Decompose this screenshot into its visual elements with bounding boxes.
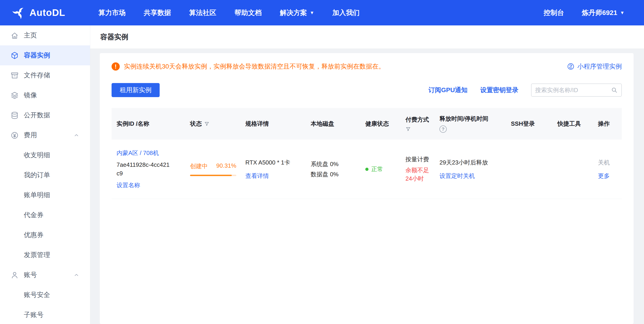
miniprogram-manage-link[interactable]: 小程序管理实例: [567, 62, 622, 71]
status-progress-bar: [190, 175, 236, 176]
instance-spec: RTX A5000 * 1卡: [245, 159, 302, 167]
sidebar: 主页 容器实例 文件存储 镜像 公开数据 费用 收支明细 我的订单 账单明细 代…: [0, 26, 90, 324]
account-icon: [10, 271, 19, 279]
sidebar-item-public-data[interactable]: 公开数据: [0, 105, 90, 125]
col-instance-id: 实例ID /名称: [116, 120, 149, 127]
main-nav: 算力市场 共享数据 算法社区 帮助文档 解决方案 ▼ 加入我们: [98, 8, 360, 18]
release-warning-text: 实例连续关机30天会释放实例，实例释放会导致数据清空且不可恢复，释放前实例在数据…: [124, 62, 385, 71]
chevron-up-icon[interactable]: [73, 132, 80, 138]
fee-icon: [10, 131, 19, 140]
instance-id: 7ae411928c-4cc421c9: [116, 161, 172, 178]
status-progress-text: 90.31%: [216, 162, 236, 170]
brand-name: AutoDL: [30, 7, 65, 18]
col-actions: 操作: [598, 120, 610, 127]
nav-item-solutions[interactable]: 解决方案 ▼: [280, 8, 314, 18]
instances-card: ! 实例连续关机30天会释放实例，实例释放会导致数据清空且不可恢复，释放前实例在…: [100, 53, 634, 324]
username: 炼丹师6921: [582, 8, 617, 18]
brand[interactable]: AutoDL: [12, 6, 87, 19]
user-menu[interactable]: 炼丹师6921 ▼: [582, 8, 624, 18]
sidebar-item-vouchers[interactable]: 代金券: [0, 205, 90, 225]
sidebar-item-invoices[interactable]: 发票管理: [0, 245, 90, 265]
billing-type: 按量计费: [406, 155, 430, 163]
instance-region-link[interactable]: 内蒙A区 / 708机: [116, 149, 181, 157]
page-header: 容器实例: [90, 26, 644, 49]
billing-warning: 余额不足24小时: [406, 166, 430, 183]
table-header-row: 实例ID /名称 状态 规格详情 本地磁盘 健康状态: [112, 108, 622, 140]
sidebar-item-sub-accounts[interactable]: 子账号: [0, 305, 90, 324]
release-warning: ! 实例连续关机30天会释放实例，实例释放会导致数据清空且不可恢复，释放前实例在…: [112, 62, 385, 71]
miniprogram-icon: [567, 63, 574, 70]
billing-filter-icon[interactable]: [406, 126, 411, 132]
quick-tools-cell: [553, 140, 594, 199]
sidebar-item-home[interactable]: 主页: [0, 26, 90, 45]
public-data-icon: [10, 111, 19, 120]
col-billing: 付费方式: [406, 116, 429, 124]
help-icon[interactable]: ?: [440, 125, 447, 133]
chevron-down-icon: ▼: [310, 11, 314, 15]
status-text: 创建中: [190, 162, 208, 170]
col-ssh: SSH登录: [511, 120, 535, 127]
shutdown-action[interactable]: 关机: [598, 159, 617, 167]
col-status: 状态: [190, 120, 202, 128]
page-title: 容器实例: [100, 32, 128, 42]
timer-shutdown-link[interactable]: 设置定时关机: [440, 172, 502, 180]
navbar-right: 控制台 炼丹师6921 ▼: [544, 8, 624, 18]
sidebar-item-coupons[interactable]: 优惠券: [0, 225, 90, 245]
instance-table: 实例ID /名称 状态 规格详情 本地磁盘 健康状态: [112, 108, 622, 199]
nav-item-algorithm-community[interactable]: 算法社区: [189, 8, 216, 18]
sidebar-item-billing[interactable]: 费用: [0, 125, 90, 145]
spec-detail-link[interactable]: 查看详情: [245, 172, 302, 180]
col-health: 健康状态: [365, 120, 389, 127]
nav-item-join-us[interactable]: 加入我们: [332, 8, 360, 18]
autodl-logo-icon: [12, 6, 26, 19]
image-icon: [10, 91, 19, 100]
search-icon[interactable]: [611, 87, 618, 94]
set-name-link[interactable]: 设置名称: [116, 181, 181, 189]
health-text: 正常: [371, 165, 383, 173]
ssh-key-login-link[interactable]: 设置密钥登录: [480, 86, 518, 94]
home-icon: [10, 31, 19, 40]
sidebar-item-file-storage[interactable]: 文件存储: [0, 65, 90, 85]
status-filter-icon[interactable]: [204, 121, 210, 127]
container-instance-icon: [10, 51, 19, 60]
data-disk-usage: 数据盘 0%: [311, 170, 356, 178]
ssh-login-cell: [506, 140, 553, 199]
sidebar-item-my-orders[interactable]: 我的订单: [0, 165, 90, 185]
sidebar-item-images[interactable]: 镜像: [0, 85, 90, 105]
rent-instance-button[interactable]: 租用新实例: [112, 83, 160, 97]
col-release-time: 释放时间/停机时间: [440, 115, 488, 123]
col-local-disk: 本地磁盘: [311, 120, 334, 127]
warning-icon: !: [112, 62, 120, 71]
col-quick-tools: 快捷工具: [558, 120, 581, 127]
console-link[interactable]: 控制台: [544, 8, 564, 18]
file-storage-icon: [10, 71, 19, 80]
top-navbar: AutoDL 算力市场 共享数据 算法社区 帮助文档 解决方案 ▼ 加入我们 控…: [0, 0, 644, 26]
status-progress-fill: [190, 175, 232, 176]
more-action[interactable]: 更多: [598, 172, 617, 180]
sidebar-item-instances[interactable]: 容器实例: [0, 45, 90, 65]
health-dot: [365, 168, 368, 171]
nav-item-compute-market[interactable]: 算力市场: [98, 8, 126, 18]
sidebar-item-account-security[interactable]: 账号安全: [0, 285, 90, 305]
col-spec: 规格详情: [245, 120, 269, 127]
sidebar-item-account[interactable]: 账号: [0, 265, 90, 285]
instance-row: 内蒙A区 / 708机 7ae411928c-4cc421c9 设置名称 创建中…: [112, 140, 622, 199]
instance-search-box: [531, 84, 622, 97]
subscribe-gpu-link[interactable]: 订阅GPU通知: [428, 86, 468, 94]
sidebar-item-bill-details[interactable]: 账单明细: [0, 185, 90, 205]
release-time-text: 29天23小时后释放: [440, 159, 502, 167]
chevron-down-icon: ▼: [620, 11, 624, 15]
search-input[interactable]: [535, 87, 611, 94]
system-disk-usage: 系统盘 0%: [311, 160, 356, 168]
chevron-up-icon[interactable]: [73, 272, 80, 278]
sidebar-item-income-details[interactable]: 收支明细: [0, 145, 90, 165]
nav-item-shared-data[interactable]: 共享数据: [144, 8, 171, 18]
nav-item-help-docs[interactable]: 帮助文档: [234, 8, 262, 18]
